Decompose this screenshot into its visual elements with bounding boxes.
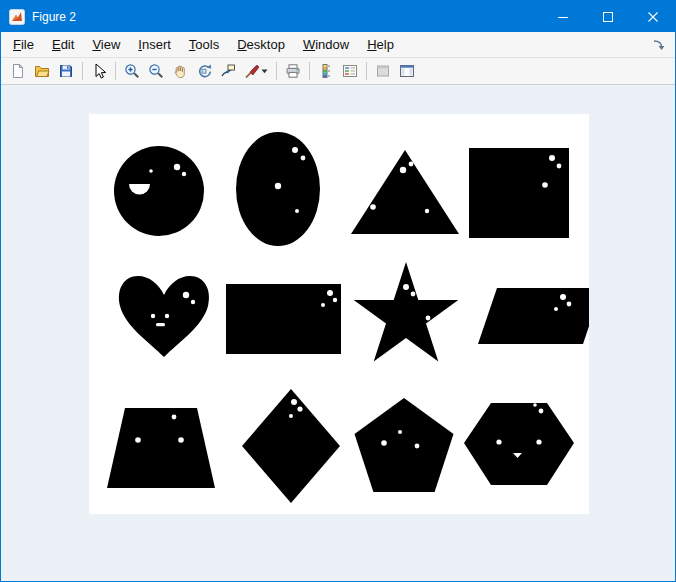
rotate-3d-button[interactable] [192, 60, 216, 83]
data-cursor-icon [220, 63, 236, 79]
brush-data-icon [244, 63, 260, 79]
zoom-out-button[interactable] [144, 60, 168, 83]
matlab-figure-icon [9, 9, 25, 25]
shape-square [469, 148, 569, 238]
insert-colorbar-button[interactable] [314, 60, 338, 83]
minimize-icon [558, 12, 568, 22]
titlebar: Figure 2 [1, 1, 675, 32]
hide-plot-tools-icon [375, 63, 391, 79]
shape-star [354, 262, 459, 362]
shape-hexagon [464, 403, 574, 485]
toolbar-separator [276, 62, 277, 80]
shape-ellipse [236, 132, 320, 246]
caption-buttons [540, 1, 675, 32]
insert-legend-button[interactable] [338, 60, 362, 83]
menu-tools[interactable]: Tools [181, 34, 227, 55]
shape-circle [114, 146, 204, 236]
zoom-out-icon [148, 63, 164, 79]
shape-trapezoid [107, 408, 215, 488]
toolbar-separator [115, 62, 116, 80]
menu-window[interactable]: Window [295, 34, 357, 55]
print-figure-button[interactable] [281, 60, 305, 83]
shape-pentagon [355, 398, 454, 492]
menu-file[interactable]: File [5, 34, 42, 55]
dock-figure-icon[interactable] [652, 39, 665, 51]
save-figure-icon [58, 63, 74, 79]
menu-view[interactable]: View [84, 34, 128, 55]
shapes-group [107, 132, 589, 503]
minimize-button[interactable] [540, 1, 585, 32]
pan-hand-icon [172, 63, 188, 79]
new-figure-icon [10, 63, 26, 79]
edit-plot-button[interactable] [87, 60, 111, 83]
toolbar-separator [82, 62, 83, 80]
hide-plot-tools-button[interactable] [371, 60, 395, 83]
zoom-in-button[interactable] [120, 60, 144, 83]
toolbar-separator [309, 62, 310, 80]
toolbar-separator [366, 62, 367, 80]
axes-canvas[interactable] [89, 114, 589, 514]
figure-canvas-area [1, 85, 675, 581]
figure-window: Figure 2 File Edit View Insert Tools Des… [0, 0, 676, 582]
insert-legend-icon [342, 63, 358, 79]
shape-parallelogram [478, 288, 589, 344]
close-icon [648, 12, 658, 22]
close-button[interactable] [630, 1, 675, 32]
figure-toolbar [1, 58, 675, 85]
pan-hand-button[interactable] [168, 60, 192, 83]
menu-help[interactable]: Help [359, 34, 402, 55]
shape-triangle [351, 150, 459, 234]
menu-desktop[interactable]: Desktop [229, 34, 293, 55]
brush-data-button[interactable] [240, 60, 272, 83]
menubar: File Edit View Insert Tools Desktop Wind… [1, 32, 675, 58]
shape-heart [119, 276, 209, 357]
show-plot-tools-icon [399, 63, 415, 79]
open-file-icon [34, 63, 50, 79]
plot-svg [89, 114, 589, 514]
new-figure-button[interactable] [6, 60, 30, 83]
shape-rectangle [226, 284, 341, 354]
save-figure-button[interactable] [54, 60, 78, 83]
edit-plot-arrow-icon [91, 63, 107, 79]
maximize-button[interactable] [585, 1, 630, 32]
zoom-in-icon [124, 63, 140, 79]
menu-insert[interactable]: Insert [130, 34, 179, 55]
open-file-button[interactable] [30, 60, 54, 83]
menu-edit[interactable]: Edit [44, 34, 82, 55]
maximize-icon [603, 12, 613, 22]
brush-dropdown-caret-icon [261, 69, 268, 74]
insert-colorbar-icon [318, 63, 334, 79]
shape-diamond [242, 389, 340, 503]
rotate-3d-icon [196, 63, 212, 79]
print-figure-icon [285, 63, 301, 79]
data-cursor-button[interactable] [216, 60, 240, 83]
show-plot-tools-button[interactable] [395, 60, 419, 83]
window-title: Figure 2 [32, 10, 540, 24]
